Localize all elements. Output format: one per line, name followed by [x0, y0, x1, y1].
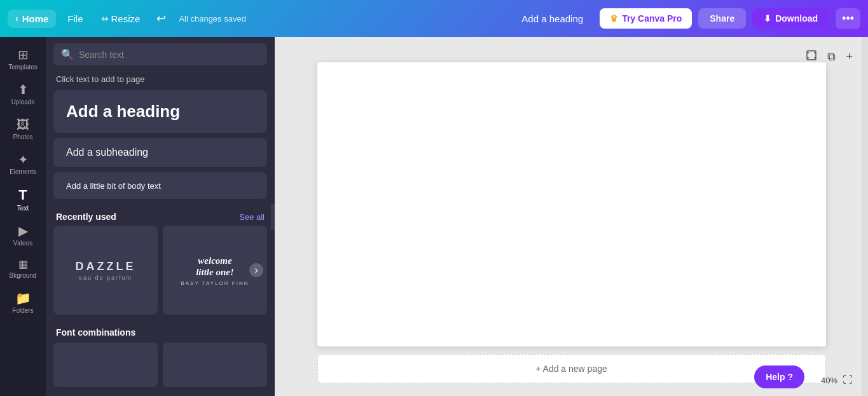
search-box[interactable]: 🔍 [53, 43, 267, 65]
welcome-line1: welcomelittle one! [181, 255, 249, 278]
body-option-label: Add a little bit of body text [66, 181, 161, 191]
sidebar-item-background[interactable]: ▦ Bkground [0, 253, 46, 285]
main-area: ⊞ Templates ⬆ Uploads 🖼 Photos ✦ Element… [0, 37, 868, 396]
canvas-page [317, 62, 826, 346]
file-button[interactable]: File [61, 10, 89, 28]
sidebar-item-templates[interactable]: ⊞ Templates [0, 42, 46, 77]
font-combo-card-1[interactable] [53, 343, 158, 387]
click-text-hint: Click text to add to page [46, 72, 275, 90]
card-arrow-icon[interactable]: › [249, 263, 263, 277]
photos-icon: 🖼 [17, 118, 29, 131]
font-combo-card-2[interactable] [163, 343, 267, 387]
zoom-bar: 40% ⛶ [821, 374, 853, 386]
dazzle-card-content: DAZZLE eau de parfum [76, 260, 136, 281]
canvas-copy-button[interactable]: ⧉ [825, 47, 838, 67]
top-navigation: ‹ Home File ⇔ Resize ↩ All changes saved… [0, 0, 868, 37]
try-canva-pro-button[interactable]: ♛ Try Canva Pro [600, 8, 692, 29]
crown-icon: ♛ [610, 13, 618, 24]
text-panel: 🔍 Click text to add to page Add a headin… [46, 37, 275, 396]
font-combinations-title: Font combinations [46, 325, 275, 343]
welcome-card-content: welcomelittle one! BABY TAYLOR FINN [176, 250, 254, 291]
dazzle-subtitle: eau de parfum [76, 275, 136, 281]
folders-icon: 📁 [15, 292, 31, 304]
add-new-page-button[interactable]: + Add a new page [317, 354, 826, 383]
font-combinations-grid [46, 343, 275, 387]
background-icon: ▦ [18, 259, 28, 270]
sidebar-uploads-label: Uploads [11, 99, 35, 106]
chevron-left-icon: ‹ [15, 13, 18, 24]
sidebar-item-photos[interactable]: 🖼 Photos [0, 112, 46, 147]
autosave-status: All changes saved [176, 14, 506, 24]
undo-button[interactable]: ↩ [151, 9, 171, 28]
canvas-scrollbar[interactable] [862, 37, 868, 396]
sidebar-bkground-label: Bkground [10, 272, 37, 279]
zoom-expand-button[interactable]: ⛶ [843, 374, 853, 386]
home-button[interactable]: ‹ Home [8, 10, 56, 28]
text-icon: T [18, 188, 27, 202]
recently-used-card-welcome[interactable]: welcomelittle one! BABY TAYLOR FINN › [163, 226, 267, 315]
share-button[interactable]: Share [698, 8, 746, 29]
add-subheading-option[interactable]: Add a subheading [53, 138, 267, 167]
resize-icon: ⇔ [101, 13, 109, 24]
add-body-option[interactable]: Add a little bit of body text [53, 172, 267, 199]
download-label: Download [775, 13, 818, 24]
more-options-button[interactable]: ••• [836, 8, 860, 29]
add-heading-option[interactable]: Add a heading [53, 90, 267, 133]
home-label: Home [22, 13, 49, 24]
download-icon: ⬇ [764, 13, 771, 24]
try-canva-pro-label: Try Canva Pro [622, 13, 682, 24]
uploads-icon: ⬆ [18, 83, 29, 96]
canvas-toolbar: ⧉ + [803, 47, 855, 67]
svg-rect-0 [807, 51, 816, 60]
help-button[interactable]: Help ? [754, 365, 804, 388]
welcome-line3: BABY TAYLOR FINN [181, 280, 249, 286]
sidebar-templates-label: Templates [8, 64, 38, 71]
resize-label: Resize [111, 13, 141, 24]
recently-used-grid: DAZZLE eau de parfum welcomelittle one! … [46, 226, 275, 325]
search-icon: 🔍 [61, 48, 74, 60]
recently-used-title: Recently used [56, 212, 116, 222]
elements-icon: ✦ [18, 153, 29, 166]
search-input[interactable] [79, 50, 259, 60]
resize-button[interactable]: ⇔ Resize [95, 10, 147, 28]
icon-sidebar: ⊞ Templates ⬆ Uploads 🖼 Photos ✦ Element… [0, 37, 46, 396]
sidebar-text-label: Text [17, 205, 29, 212]
sidebar-item-folders[interactable]: 📁 Folders [0, 285, 46, 320]
canvas-area: ⧉ + + Add a new page [275, 37, 868, 396]
sidebar-item-text[interactable]: T Text [0, 182, 46, 218]
recently-used-header: Recently used See all [46, 207, 275, 226]
sidebar-item-uploads[interactable]: ⬆ Uploads [0, 77, 46, 112]
add-heading-button[interactable]: Add a heading [511, 8, 593, 29]
nav-right-group: Add a heading ♛ Try Canva Pro Share ⬇ Do… [511, 8, 860, 29]
sidebar-item-videos[interactable]: ▶ Videos [0, 218, 46, 253]
canvas-frame-button[interactable] [803, 47, 820, 67]
dazzle-title: DAZZLE [76, 260, 136, 273]
collapse-panel-button[interactable]: ‹ [271, 204, 275, 229]
templates-icon: ⊞ [18, 48, 29, 61]
sidebar-videos-label: Videos [13, 240, 32, 247]
sidebar-item-elements[interactable]: ✦ Elements [0, 147, 46, 182]
zoom-level: 40% [821, 376, 837, 385]
recently-used-card-dazzle[interactable]: DAZZLE eau de parfum [53, 226, 158, 315]
sidebar-folders-label: Folders [12, 307, 33, 314]
sidebar-elements-label: Elements [10, 168, 36, 175]
videos-icon: ▶ [18, 224, 28, 237]
heading-option-label: Add a heading [66, 102, 180, 121]
download-button[interactable]: ⬇ Download [752, 8, 829, 29]
canvas-add-button[interactable]: + [843, 47, 855, 67]
sidebar-photos-label: Photos [13, 133, 32, 140]
more-icon: ••• [842, 12, 854, 25]
see-all-button[interactable]: See all [239, 212, 265, 222]
subheading-option-label: Add a subheading [66, 147, 148, 158]
